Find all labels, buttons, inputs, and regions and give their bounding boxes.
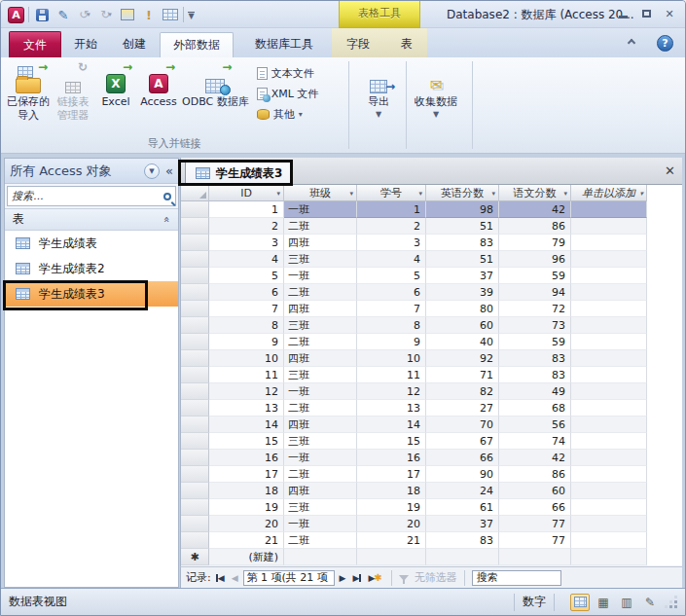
table-cell[interactable]: 17 xyxy=(209,466,284,483)
record-position-box[interactable]: 第 1 项(共 21 项 xyxy=(243,570,335,586)
table-cell[interactable]: 40 xyxy=(426,334,499,350)
resize-grip[interactable] xyxy=(666,597,677,608)
table-cell[interactable]: 21 xyxy=(357,532,426,549)
table-cell[interactable]: 90 xyxy=(426,466,499,483)
table-cell[interactable]: 79 xyxy=(499,235,571,251)
table-cell[interactable]: 70 xyxy=(426,417,499,433)
table-cell[interactable]: 一班 xyxy=(284,516,357,532)
table-cell[interactable]: 83 xyxy=(499,367,571,383)
column-header-0[interactable]: ID▾ xyxy=(209,185,284,201)
help-icon[interactable]: ? xyxy=(657,35,673,52)
save-icon[interactable] xyxy=(33,6,51,23)
table-cell[interactable] xyxy=(571,466,647,483)
close-button[interactable]: ✕ xyxy=(662,7,677,20)
table-cell[interactable]: 一班 xyxy=(284,383,357,400)
table-cell[interactable]: 42 xyxy=(499,201,571,218)
search-icon[interactable] xyxy=(163,193,171,200)
datasheet-view-icon[interactable] xyxy=(570,594,590,611)
table-cell[interactable]: 三班 xyxy=(284,367,357,383)
row-selector[interactable] xyxy=(181,383,209,400)
table-cell[interactable]: 19 xyxy=(357,499,426,516)
table-cell[interactable] xyxy=(357,549,426,565)
export-button[interactable]: → 导出 ▼ xyxy=(357,61,400,122)
chevron-down-icon[interactable]: ▾ xyxy=(349,190,353,198)
table-cell[interactable]: 83 xyxy=(426,235,499,251)
table-cell[interactable]: 四班 xyxy=(284,301,357,317)
table-cell[interactable]: 一班 xyxy=(284,268,357,284)
table-cell[interactable]: 74 xyxy=(499,433,571,450)
table-cell[interactable]: 68 xyxy=(499,400,571,417)
table-cell[interactable]: 7 xyxy=(357,301,426,317)
table-cell[interactable]: 2 xyxy=(357,218,426,235)
table-cell[interactable]: 27 xyxy=(426,400,499,417)
table-cell[interactable]: 56 xyxy=(499,417,571,433)
table-cell[interactable]: 4 xyxy=(357,251,426,268)
tab-database-tools[interactable]: 数据库工具 xyxy=(242,32,326,57)
run-icon[interactable]: ! xyxy=(140,6,158,23)
row-selector[interactable] xyxy=(181,350,209,367)
table-cell[interactable]: 20 xyxy=(357,516,426,532)
table-cell[interactable]: 86 xyxy=(499,218,571,235)
table-cell[interactable]: 42 xyxy=(499,450,571,466)
row-selector[interactable] xyxy=(181,301,209,317)
table-cell[interactable]: 四班 xyxy=(284,350,357,367)
table-cell[interactable]: 8 xyxy=(357,317,426,334)
import-odbc-button[interactable]: → ODBC 数据库 xyxy=(180,61,251,112)
table-cell[interactable]: 19 xyxy=(209,499,284,516)
table-cell[interactable] xyxy=(426,549,499,565)
row-selector[interactable] xyxy=(181,235,209,251)
switchboard-icon[interactable] xyxy=(119,6,136,23)
table-cell[interactable]: 二班 xyxy=(284,334,357,350)
table-cell[interactable] xyxy=(571,218,647,235)
table-cell[interactable]: 77 xyxy=(499,516,571,532)
table-cell[interactable]: 四班 xyxy=(284,417,357,433)
row-selector[interactable] xyxy=(181,417,209,433)
tab-fields[interactable]: 字段 xyxy=(334,32,382,57)
table-cell[interactable]: 60 xyxy=(426,317,499,334)
table-cell[interactable] xyxy=(571,334,647,350)
collect-data-button[interactable]: ✉ 收集数据 ▼ xyxy=(413,61,459,122)
table-cell[interactable]: 15 xyxy=(357,433,426,450)
column-header-2[interactable]: 学号▾ xyxy=(357,185,426,201)
table-cell[interactable]: 2 xyxy=(209,218,284,235)
design-view-icon[interactable]: ✎ xyxy=(54,6,72,23)
table-cell[interactable] xyxy=(571,516,647,532)
table-cell[interactable]: 4 xyxy=(209,251,284,268)
table-cell[interactable]: 66 xyxy=(426,450,499,466)
next-record-icon[interactable]: ▶ xyxy=(338,573,348,583)
customize-qat-icon[interactable]: ▼ xyxy=(188,12,195,18)
table-cell[interactable] xyxy=(571,549,647,565)
tab-external-data[interactable]: 外部数据 xyxy=(160,32,234,57)
table-cell[interactable] xyxy=(571,483,647,499)
nav-item-1[interactable]: 学生成绩表 xyxy=(5,231,178,256)
import-access-button[interactable]: A→ Access xyxy=(137,61,180,112)
table-cell[interactable]: 24 xyxy=(426,483,499,499)
table-cell[interactable]: 60 xyxy=(499,483,571,499)
table-cell[interactable]: 83 xyxy=(426,532,499,549)
table-cell[interactable]: 三班 xyxy=(284,317,357,334)
table-cell[interactable]: 72 xyxy=(499,301,571,317)
row-selector[interactable] xyxy=(181,284,209,301)
table-cell[interactable]: 37 xyxy=(426,268,499,284)
table-cell[interactable]: 98 xyxy=(426,201,499,218)
tab-home[interactable]: 开始 xyxy=(61,32,110,57)
table-cell[interactable]: 59 xyxy=(499,334,571,350)
nav-section-tables[interactable]: 表 « xyxy=(5,209,178,231)
pivottable-view-icon[interactable]: ▦ xyxy=(594,594,613,611)
table-cell[interactable]: 三班 xyxy=(284,499,357,516)
table-cell[interactable]: 四班 xyxy=(284,483,357,499)
table-cell[interactable]: 37 xyxy=(426,516,499,532)
table-cell[interactable]: 1 xyxy=(357,201,426,218)
table-cell[interactable]: 13 xyxy=(357,400,426,417)
table-cell[interactable]: 51 xyxy=(426,218,499,235)
table-cell[interactable]: 二班 xyxy=(284,400,357,417)
table-cell[interactable]: 6 xyxy=(209,284,284,301)
chevron-down-icon[interactable]: ▾ xyxy=(639,190,643,198)
table-cell[interactable] xyxy=(571,499,647,516)
table-cell[interactable]: 10 xyxy=(357,350,426,367)
chevron-down-icon[interactable]: ▾ xyxy=(418,190,422,198)
table-cell[interactable]: 59 xyxy=(499,268,571,284)
last-record-icon[interactable]: ▶ xyxy=(350,573,363,583)
table-cell[interactable] xyxy=(284,549,357,565)
previous-record-icon[interactable]: ◀ xyxy=(230,573,240,583)
